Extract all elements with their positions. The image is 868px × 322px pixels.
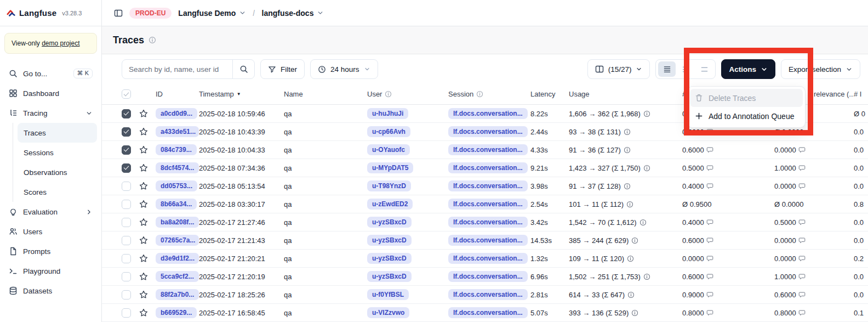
favorite-star-button[interactable] (139, 200, 156, 208)
row-checkbox[interactable] (122, 145, 131, 155)
comment-bubble-icon[interactable] (798, 165, 806, 172)
favorite-star-button[interactable] (139, 236, 156, 245)
comment-bubble-icon[interactable] (706, 309, 713, 317)
comment-bubble-icon[interactable] (798, 237, 806, 244)
table-row[interactable]: dd05753... 2025-02-18 05:13:54 qa u-T98Y… (102, 177, 868, 195)
comment-bubble-icon[interactable] (798, 255, 806, 262)
favorite-star-button[interactable] (139, 290, 156, 299)
sidebar-item-playground[interactable]: Playground (4, 261, 97, 281)
row-checkbox[interactable] (122, 163, 131, 173)
comment-bubble-icon[interactable] (798, 219, 806, 226)
session-id-badge[interactable]: lf.docs.conversation... (448, 126, 528, 137)
comment-bubble-icon[interactable] (706, 255, 713, 262)
table-row[interactable]: 8dcf4574... 2025-02-18 07:34:36 qa u-MYp… (102, 159, 868, 177)
user-id-badge[interactable]: u-yzSBxcD (367, 271, 412, 282)
row-checkbox[interactable] (122, 182, 131, 191)
comment-bubble-icon[interactable] (706, 146, 713, 154)
comment-bubble-icon[interactable] (706, 128, 713, 135)
trace-id-badge[interactable]: 8b66a34... (156, 199, 197, 210)
row-checkbox[interactable] (122, 254, 131, 263)
comment-bubble-icon[interactable] (798, 273, 806, 280)
favorite-star-button[interactable] (139, 127, 156, 136)
search-input[interactable] (122, 65, 232, 74)
session-id-badge[interactable]: lf.docs.conversation... (448, 180, 528, 191)
session-id-badge[interactable]: lf.docs.conversation... (448, 144, 528, 155)
favorite-star-button[interactable] (139, 272, 156, 281)
row-checkbox[interactable] (122, 272, 131, 281)
user-id-badge[interactable]: u-yzSBxcD (367, 217, 412, 228)
sidebar-item-sessions[interactable]: Sessions (18, 143, 97, 162)
header-relevance[interactable]: relevance (... (814, 90, 854, 98)
table-row[interactable]: 5cca9cf2... 2025-02-17 21:20:19 qa u-yzS… (102, 268, 868, 286)
user-id-badge[interactable]: u-OYauofc (367, 144, 410, 155)
trace-id-badge[interactable]: a0cd0d9... (156, 108, 197, 119)
row-checkbox[interactable] (122, 236, 131, 245)
session-id-badge[interactable]: lf.docs.conversation... (448, 108, 528, 119)
comment-bubble-icon[interactable] (798, 291, 806, 298)
sidebar-item-evaluation[interactable]: Evaluation (4, 202, 97, 222)
time-range-button[interactable]: 24 hours (310, 59, 378, 79)
table-row[interactable]: 8b66a34... 2025-02-18 03:30:17 qa u-zEwd… (102, 195, 868, 213)
search-submit-button[interactable] (232, 60, 254, 78)
trace-id-badge[interactable]: b669529... (156, 307, 197, 318)
comment-bubble-icon[interactable] (706, 183, 713, 190)
table-row[interactable]: ba8a208f... 2025-02-17 21:27:46 qa u-yzS… (102, 213, 868, 231)
table-row[interactable]: 88f2a7b0... 2025-02-17 18:25:26 qa u-f0Y… (102, 286, 868, 304)
comment-bubble-icon[interactable] (706, 219, 713, 226)
row-checkbox[interactable] (122, 290, 131, 300)
comment-bubble-icon[interactable] (798, 183, 806, 190)
sidebar-item-scores[interactable]: Scores (18, 182, 97, 202)
actions-button[interactable]: Actions (721, 59, 775, 79)
comment-bubble-icon[interactable] (798, 146, 806, 154)
comment-bubble-icon[interactable] (706, 291, 713, 298)
session-id-badge[interactable]: lf.docs.conversation... (448, 289, 528, 300)
header-user[interactable]: User (367, 90, 448, 98)
favorite-star-button[interactable] (139, 182, 156, 190)
row-checkbox[interactable] (122, 109, 131, 118)
user-id-badge[interactable]: u-yzSBxcD (367, 253, 412, 264)
sidebar-toggle-icon[interactable] (114, 9, 123, 18)
user-id-badge[interactable]: u-zEwdED2 (367, 199, 413, 210)
favorite-star-button[interactable] (139, 145, 156, 154)
table-row[interactable]: 07265c7a... 2025-02-17 21:21:43 qa u-yzS… (102, 231, 868, 250)
user-id-badge[interactable]: u-VIZzvwo (367, 307, 409, 318)
filter-button[interactable]: Filter (260, 59, 305, 79)
sidebar-item-tracing[interactable]: Tracing (4, 103, 97, 123)
sidebar-item-observations[interactable]: Observations (18, 162, 97, 182)
sidebar-item-users[interactable]: Users (4, 222, 97, 241)
trace-id-badge[interactable]: d3e9d1f2... (156, 253, 199, 264)
header-count[interactable]: # I (854, 90, 868, 98)
favorite-star-button[interactable] (139, 254, 156, 263)
comment-bubble-icon[interactable] (706, 237, 713, 244)
demo-project-link[interactable]: demo project (42, 39, 79, 47)
user-id-badge[interactable]: u-cp66Avh (367, 126, 410, 137)
comment-bubble-icon[interactable] (798, 309, 806, 317)
trace-id-badge[interactable]: 07265c7a... (156, 235, 199, 246)
comment-bubble-icon[interactable] (706, 165, 713, 172)
table-row[interactable]: 084c739... 2025-02-18 10:04:33 qa u-OYau… (102, 141, 868, 159)
trace-id-badge[interactable]: 88f2a7b0... (156, 289, 199, 300)
session-id-badge[interactable]: lf.docs.conversation... (448, 307, 528, 318)
user-id-badge[interactable]: u-MYpDAT5 (367, 162, 413, 173)
column-visibility-button[interactable]: (15/27) (587, 59, 650, 79)
session-id-badge[interactable]: lf.docs.conversation... (448, 253, 528, 264)
sidebar-item-traces[interactable]: Traces (18, 123, 97, 143)
sidebar-item-prompts[interactable]: Prompts (4, 241, 97, 261)
favorite-star-button[interactable] (139, 218, 156, 227)
row-height-large-button[interactable] (695, 61, 713, 77)
session-id-badge[interactable]: lf.docs.conversation... (448, 235, 528, 246)
trace-id-badge[interactable]: a433de51... (156, 126, 199, 137)
user-id-badge[interactable]: u-T98YnzD (367, 180, 411, 191)
trace-id-badge[interactable]: 084c739... (156, 144, 197, 155)
header-timestamp[interactable]: Timestamp▼ (199, 90, 284, 98)
row-checkbox[interactable] (122, 218, 131, 227)
favorite-star-button[interactable] (139, 109, 156, 118)
menu-item-delete-traces[interactable]: Delete Traces (690, 89, 803, 107)
favorite-star-button[interactable] (139, 163, 156, 172)
user-id-badge[interactable]: u-yzSBxcD (367, 235, 412, 246)
row-height-small-button[interactable] (658, 61, 676, 77)
table-row[interactable]: b669529... 2025-02-17 16:58:45 qa u-VIZz… (102, 304, 868, 322)
org-selector[interactable]: Langfuse Demo (178, 9, 246, 18)
project-selector[interactable]: langfuse-docs (262, 9, 324, 18)
header-name[interactable]: Name (284, 90, 367, 98)
